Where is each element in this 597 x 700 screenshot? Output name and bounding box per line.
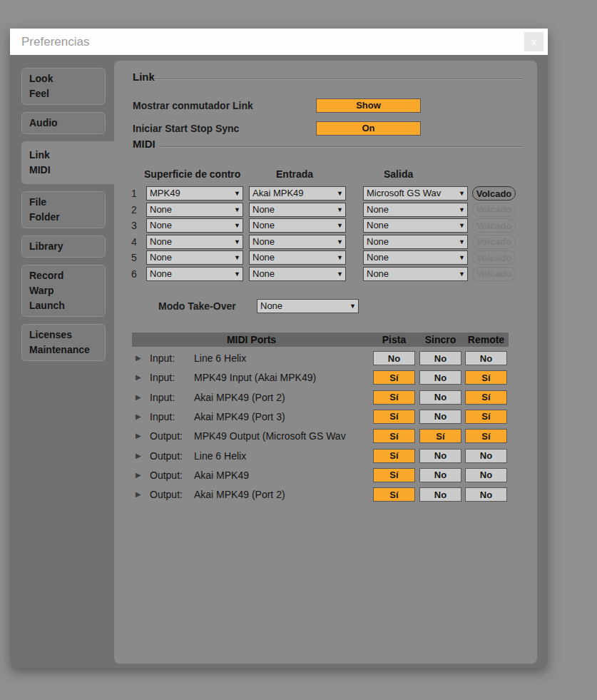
expand-triangle-icon[interactable]: ▶ (136, 351, 141, 365)
sidebar-tab-link-midi[interactable]: Link MIDI (21, 141, 117, 184)
remote-toggle-button[interactable]: Sí (465, 370, 507, 385)
control-surface-select-5-value: None (150, 252, 172, 263)
remote-toggle-button[interactable]: Sí (465, 390, 507, 405)
expand-triangle-icon[interactable]: ▶ (136, 449, 141, 463)
input-select-1[interactable]: Akai MPK49▼ (249, 186, 346, 201)
expand-triangle-icon[interactable]: ▶ (136, 429, 141, 443)
expand-triangle-icon[interactable]: ▶ (136, 390, 141, 405)
sidebar-tab-audio[interactable]: Audio (21, 112, 106, 134)
chevron-down-icon: ▼ (337, 251, 343, 264)
dump-button-1[interactable]: Volcado (472, 186, 516, 201)
midi-port-row: ▶Output:MPK49 Output (Microsoft GS WavSí… (114, 429, 537, 443)
control-surface-select-3[interactable]: None▼ (146, 218, 243, 233)
title-bar[interactable]: Preferencias x (10, 29, 548, 55)
chevron-down-icon: ▼ (459, 219, 465, 232)
track-toggle-button[interactable]: Sí (373, 370, 415, 385)
output-select-3[interactable]: None▼ (363, 218, 468, 233)
output-select-4[interactable]: None▼ (363, 235, 468, 249)
column-header-sync: Sincro (419, 333, 461, 347)
input-select-2[interactable]: None▼ (249, 203, 346, 217)
input-select-5[interactable]: None▼ (249, 250, 346, 265)
input-select-4[interactable]: None▼ (249, 235, 346, 249)
output-select-1[interactable]: Microsoft GS Wav▼ (363, 186, 468, 201)
link-section-title: Link (133, 71, 155, 83)
sidebar-tab-record-warp-launch[interactable]: Record Warp Launch (21, 265, 106, 317)
input-select-3[interactable]: None▼ (249, 218, 346, 233)
dump-button-4: Volcado (472, 235, 516, 249)
remote-toggle-button[interactable]: No (465, 487, 507, 502)
track-toggle-button[interactable]: Sí (373, 390, 415, 405)
chevron-down-icon: ▼ (337, 235, 343, 248)
chevron-down-icon: ▼ (234, 219, 240, 232)
expand-triangle-icon[interactable]: ▶ (136, 487, 141, 502)
takeover-mode-select[interactable]: None ▼ (257, 299, 359, 313)
port-name-label: Line 6 Helix (194, 449, 246, 463)
expand-triangle-icon[interactable]: ▶ (136, 410, 141, 424)
control-surface-select-2[interactable]: None▼ (146, 203, 243, 217)
remote-toggle-button[interactable]: No (465, 468, 507, 482)
control-surface-select-6-value: None (150, 268, 172, 279)
settings-panel: Link Mostrar conmutador Link Show Inicia… (114, 61, 537, 664)
sidebar-tab-licenses-maintenance[interactable]: Licenses Maintenance (21, 324, 106, 361)
sync-toggle-button[interactable]: Sí (419, 429, 461, 443)
sync-toggle-button[interactable]: No (419, 370, 461, 385)
dump-button-3: Volcado (472, 218, 516, 233)
control-surface-select-4-value: None (150, 236, 172, 247)
divider (153, 78, 523, 79)
show-link-toggle-button[interactable]: Show (316, 98, 421, 113)
control-surface-select-1[interactable]: MPK49▼ (146, 186, 243, 201)
chevron-down-icon: ▼ (337, 219, 343, 232)
control-surface-row: 1MPK49▼Akai MPK49▼Microsoft GS Wav▼Volca… (114, 186, 537, 201)
track-toggle-button[interactable]: Sí (373, 410, 415, 424)
chevron-down-icon: ▼ (337, 268, 343, 280)
control-surface-select-6[interactable]: None▼ (146, 267, 243, 281)
track-toggle-button[interactable]: Sí (373, 429, 415, 443)
control-surface-row: 3None▼None▼None▼Volcado (114, 218, 537, 233)
sidebar-tab-file-folder[interactable]: File Folder (21, 191, 106, 228)
track-toggle-button[interactable]: Sí (373, 468, 415, 482)
takeover-mode-label: Modo Take-Over (158, 299, 236, 313)
remote-toggle-button[interactable]: Sí (465, 410, 507, 424)
midi-port-row: ▶Output:Line 6 HelixSíNoNo (114, 449, 537, 463)
sync-toggle-button[interactable]: No (419, 487, 461, 502)
input-select-6-value: None (252, 268, 275, 279)
divider (160, 146, 523, 147)
expand-triangle-icon[interactable]: ▶ (136, 370, 141, 385)
input-select-5-value: None (252, 252, 275, 263)
output-select-6[interactable]: None▼ (363, 267, 468, 281)
input-select-1-value: Akai MPK49 (252, 188, 304, 198)
track-toggle-button[interactable]: No (373, 351, 415, 365)
remote-toggle-button[interactable]: Sí (465, 429, 507, 443)
port-direction-label: Output: (150, 487, 183, 502)
chevron-down-icon: ▼ (459, 203, 465, 216)
control-surface-select-1-value: MPK49 (150, 188, 180, 198)
output-select-2[interactable]: None▼ (363, 203, 468, 217)
sync-toggle-button[interactable]: No (419, 351, 461, 365)
sync-toggle-button[interactable]: No (419, 468, 461, 482)
sidebar-tab-library[interactable]: Library (21, 235, 106, 258)
row-number: 6 (131, 267, 137, 281)
track-toggle-button[interactable]: Sí (373, 449, 415, 463)
sync-toggle-button[interactable]: No (419, 390, 461, 405)
chevron-down-icon: ▼ (234, 235, 240, 248)
port-direction-label: Output: (150, 449, 183, 463)
close-icon[interactable]: x (524, 32, 544, 51)
midi-port-row: ▶Input:Line 6 HelixNoNoNo (114, 351, 537, 365)
start-stop-sync-button[interactable]: On (316, 121, 421, 136)
output-select-5[interactable]: None▼ (363, 250, 468, 265)
control-surface-row: 4None▼None▼None▼Volcado (114, 235, 537, 249)
takeover-mode-value: None (260, 300, 282, 311)
control-surface-select-4[interactable]: None▼ (146, 235, 243, 249)
remote-toggle-button[interactable]: No (465, 449, 507, 463)
track-toggle-button[interactable]: Sí (373, 487, 415, 502)
control-surface-select-5[interactable]: None▼ (146, 250, 243, 265)
input-select-6[interactable]: None▼ (249, 267, 346, 281)
sidebar-tab-look-feel[interactable]: Look Feel (21, 68, 106, 105)
remote-toggle-button[interactable]: No (465, 351, 507, 365)
preferences-sidebar: Look FeelAudioLink MIDIFile FolderLibrar… (21, 68, 106, 361)
expand-triangle-icon[interactable]: ▶ (136, 468, 141, 482)
control-surface-select-3-value: None (150, 220, 172, 230)
port-name-label: Akai MPK49 (Port 3) (194, 410, 285, 424)
sync-toggle-button[interactable]: No (419, 449, 461, 463)
sync-toggle-button[interactable]: No (419, 410, 461, 424)
